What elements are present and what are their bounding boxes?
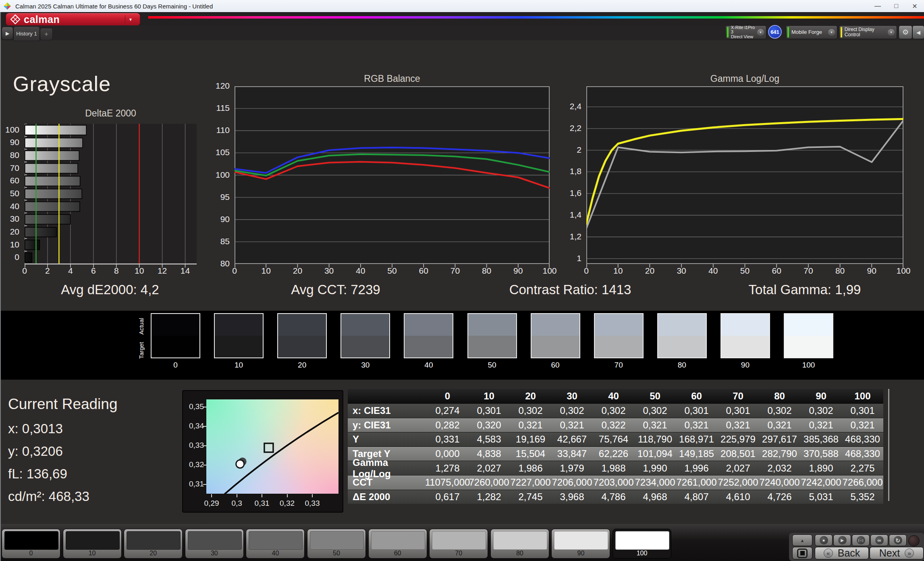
table-cell: 4,610 bbox=[717, 490, 759, 504]
continuous-read-button[interactable]: ∞ bbox=[870, 534, 888, 546]
cie-y-tick-0,34: 0,34 bbox=[189, 422, 204, 430]
patch-button-100[interactable]: 100 bbox=[613, 529, 671, 559]
table-cell: 4,968 bbox=[634, 490, 676, 504]
meter-dropdown-i1pro3[interactable]: X-Rite i1Pro 3 Direct View ▼ bbox=[725, 25, 766, 39]
meter-dropdown-mobile-forge[interactable]: Mobile Forge ▼ bbox=[786, 25, 837, 39]
patch-button-40[interactable]: 40 bbox=[246, 529, 305, 559]
back-button[interactable]: « Back bbox=[815, 547, 869, 559]
patch-level-bar: 0102030405060708090100 bbox=[0, 524, 924, 561]
table-cell: 40 bbox=[593, 389, 634, 403]
table-cell: 7203,000 bbox=[593, 476, 634, 490]
rgb_balance-y-tick-90: 90 bbox=[220, 214, 230, 224]
deltae-y-tick-90: 90 bbox=[10, 137, 19, 147]
table-cell: 4,807 bbox=[676, 490, 717, 504]
patch-button-90[interactable]: 90 bbox=[551, 529, 610, 559]
patch-button-30[interactable]: 30 bbox=[185, 529, 244, 559]
table-cell: 0,321 bbox=[842, 418, 883, 432]
patch-label-100: 100 bbox=[613, 550, 671, 557]
patch-button-50[interactable]: 50 bbox=[307, 529, 366, 559]
swatch-70-actual bbox=[595, 314, 643, 336]
table-cell: 0,302 bbox=[634, 404, 676, 418]
table-cell: 3,968 bbox=[551, 490, 593, 504]
deltae-x-tick-4: 4 bbox=[58, 266, 83, 276]
deltae-bar-90 bbox=[25, 138, 83, 148]
table-cell: 0,321 bbox=[551, 418, 593, 432]
transport-cluster: ▲ ■ ▶ [↔] ∞ ↻ « Back Next » bbox=[789, 533, 924, 561]
run-button[interactable]: ▶ bbox=[2, 27, 13, 40]
actual-row-label: Actual bbox=[138, 318, 145, 335]
stop-icon: ■ bbox=[820, 536, 828, 544]
table-cell: 15,504 bbox=[510, 447, 551, 461]
table-cell: 5,352 bbox=[842, 490, 883, 504]
deltae-y-tick-10: 10 bbox=[10, 240, 19, 249]
table-cell: 30 bbox=[551, 389, 593, 403]
table-row-label: Gamma Log/Log bbox=[348, 461, 427, 475]
maximize-button[interactable]: □ bbox=[887, 0, 905, 12]
table-cell: 7261,000 bbox=[676, 476, 717, 490]
gamma-x-tick-40: 40 bbox=[701, 266, 725, 276]
deltae-chart-title: DeltaE 2000 bbox=[25, 108, 197, 119]
tab-history-1[interactable]: History 1 bbox=[13, 26, 40, 41]
deltae-y-tick-0: 0 bbox=[15, 252, 19, 262]
patch-chip-20 bbox=[127, 531, 181, 550]
table-row: x: CIE310,2740,3010,3020,3020,3020,3020,… bbox=[348, 403, 883, 418]
swatch-60-actual bbox=[532, 314, 579, 336]
table-cell: 50 bbox=[634, 389, 676, 403]
table-cell: 1,988 bbox=[593, 461, 634, 475]
minimize-button[interactable]: — bbox=[868, 0, 887, 12]
patch-label-90: 90 bbox=[552, 550, 610, 557]
table-cell: 90 bbox=[800, 389, 842, 403]
table-cell: 468,330 bbox=[842, 432, 883, 447]
patch-chip-100 bbox=[615, 531, 669, 550]
table-right-separator bbox=[888, 389, 889, 501]
swatch-label-90: 90 bbox=[721, 361, 770, 370]
swatch-30-actual bbox=[341, 314, 389, 336]
table-cell: 282,790 bbox=[759, 447, 800, 461]
patch-label-30: 30 bbox=[185, 550, 243, 557]
refresh-button[interactable]: ↻ bbox=[889, 534, 907, 546]
swatch-60-target bbox=[532, 336, 579, 357]
cie-y-tick-0,33: 0,33 bbox=[189, 441, 204, 450]
gamma-y-tick-1,2: 1,2 bbox=[570, 232, 581, 241]
settings-gear-button[interactable]: ⚙ bbox=[899, 25, 912, 39]
table-cell: 5,031 bbox=[800, 490, 842, 504]
cie-x-tick-0,33: 0,33 bbox=[301, 499, 324, 508]
patch-button-80[interactable]: 80 bbox=[490, 529, 549, 559]
add-tab-button[interactable]: + bbox=[40, 28, 53, 40]
play-button[interactable]: ▶ bbox=[833, 534, 851, 546]
patch-button-10[interactable]: 10 bbox=[63, 529, 122, 559]
collapse-panel-button[interactable]: ◀ bbox=[912, 25, 924, 39]
calman-logo-button[interactable]: calman ▼ bbox=[6, 13, 140, 26]
swatch-30-target bbox=[341, 336, 389, 357]
cie-x-tick-0,3: 0,3 bbox=[226, 499, 248, 508]
meter-accent bbox=[841, 27, 842, 37]
patch-window-button[interactable] bbox=[792, 547, 812, 559]
deltae-bar-10 bbox=[25, 240, 39, 250]
scroll-up-button[interactable]: ▲ bbox=[792, 534, 812, 546]
table-cell: 4,786 bbox=[593, 490, 634, 504]
patch-button-60[interactable]: 60 bbox=[368, 529, 427, 559]
calman-diamond-icon bbox=[10, 14, 21, 25]
table-cell: 0,320 bbox=[468, 418, 510, 432]
table-cell: 101,094 bbox=[634, 447, 676, 461]
gamma-y-tick-2,4: 2,4 bbox=[570, 102, 581, 111]
table-cell: 7242,000 bbox=[800, 476, 842, 490]
cie-x-tick-0,31: 0,31 bbox=[251, 499, 273, 508]
next-button[interactable]: Next » bbox=[870, 547, 924, 559]
table-cell: 149,185 bbox=[676, 447, 717, 461]
swatch-20 bbox=[277, 313, 327, 358]
patch-button-20[interactable]: 20 bbox=[124, 529, 183, 559]
swatch-label-80: 80 bbox=[657, 361, 707, 370]
step-read-button[interactable]: [↔] bbox=[852, 534, 870, 546]
meter-line2: Direct View bbox=[731, 34, 753, 39]
table-cell: 225,979 bbox=[717, 432, 759, 447]
table-row-label: x: CIE31 bbox=[348, 404, 427, 418]
rgb_balance-y-tick-95: 95 bbox=[220, 192, 230, 202]
stop-button[interactable]: ■ bbox=[815, 534, 833, 546]
table-cell: 75,764 bbox=[593, 432, 634, 447]
meter-dropdown-display-control[interactable]: Direct Display Control ▼ bbox=[839, 25, 897, 39]
gamma-chart-title: Gamma Log/Log bbox=[586, 73, 903, 84]
patch-button-0[interactable]: 0 bbox=[2, 529, 60, 559]
close-button[interactable]: ✕ bbox=[905, 0, 924, 12]
patch-button-70[interactable]: 70 bbox=[429, 529, 488, 559]
